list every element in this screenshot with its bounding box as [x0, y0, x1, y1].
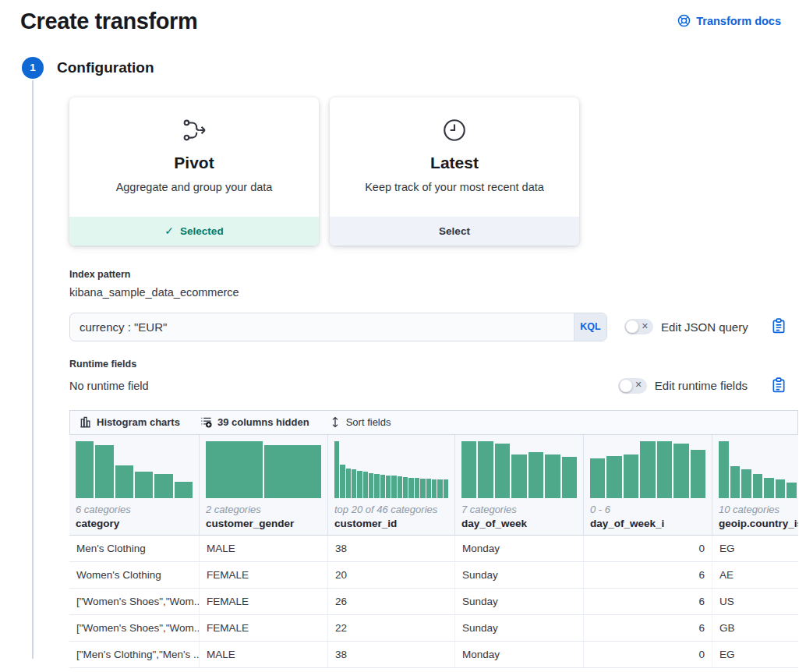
column-name: category [76, 518, 193, 529]
grid-cell-day_of_week[interactable]: Sunday [455, 615, 584, 641]
latest-card-description: Keep track of your most recent data [365, 181, 544, 193]
pivot-card[interactable]: Pivot Aggregate and group your data ✓ Se… [69, 97, 319, 246]
histogram-bar [444, 479, 448, 497]
grid-cell-category[interactable]: Women's Clothing [69, 562, 200, 588]
pivot-aggregate-icon [181, 117, 207, 143]
histogram-bar [95, 445, 113, 498]
grid-column-header-geoip.country_iso_[interactable]: 10 categoriesgeoip.country_iso_ [712, 435, 798, 536]
histogram-charts-button[interactable]: Histogram charts [80, 416, 180, 428]
columns-hidden-label: 39 columns hidden [217, 416, 309, 428]
histogram-bar [562, 457, 577, 498]
histogram-bar [478, 441, 493, 498]
grid-cell-day_of_week[interactable]: Sunday [455, 562, 584, 588]
grid-cell-geoip.country_iso_[interactable]: GB [712, 615, 798, 641]
kql-language-button[interactable]: KQL [574, 313, 606, 341]
grid-column-header-day_of_week[interactable]: 7 categoriesday_of_week [455, 435, 584, 536]
histogram-bar [545, 454, 560, 497]
grid-cell-geoip.country_iso_[interactable]: EG [712, 536, 798, 561]
histogram-bar [154, 474, 172, 498]
histogram-bar [357, 471, 362, 498]
grid-cell-day_of_week[interactable]: Sunday [455, 589, 584, 614]
histogram-charts-label: Histogram charts [97, 416, 180, 428]
histogram-bar [673, 444, 688, 498]
histogram-bar [380, 475, 385, 498]
histogram-bar [135, 472, 153, 498]
grid-cell-geoip.country_iso_[interactable]: AE [712, 562, 798, 588]
pivot-footer-label: Selected [180, 225, 224, 237]
sort-arrows-icon [330, 416, 341, 428]
histogram-chart-day_of_week_i [590, 441, 705, 498]
grid-cell-category[interactable]: ["Women's Shoes","Wom... [69, 615, 200, 641]
grid-cell-day_of_week_i[interactable]: 6 [584, 589, 712, 614]
grid-cell-customer_id[interactable]: 22 [328, 615, 455, 641]
search-query-input[interactable] [70, 313, 574, 341]
runtime-fields-value: No runtime field [69, 380, 149, 392]
grid-cell-customer_id[interactable]: 38 [328, 642, 455, 667]
histogram-bar [640, 441, 655, 498]
latest-card-title: Latest [430, 154, 479, 172]
grid-cell-geoip.country_iso_[interactable]: US [712, 589, 798, 614]
step-title: Configuration [57, 57, 798, 79]
transform-docs-link[interactable]: Transform docs [677, 14, 781, 27]
grid-cell-day_of_week_i[interactable]: 6 [584, 615, 712, 641]
histogram-bar [115, 465, 133, 498]
grid-column-header-day_of_week_i[interactable]: 0 - 6day_of_week_i [584, 435, 712, 536]
table-row: ["Women's Shoes","Wom...FEMALE26Sunday6U… [69, 589, 798, 615]
clipboard-icon [772, 318, 786, 334]
edit-runtime-fields-toggle[interactable]: ✕ [618, 378, 647, 394]
step-number-badge: 1 [22, 57, 44, 79]
edit-json-query-toggle[interactable]: ✕ [624, 319, 653, 334]
table-row: Women's ClothingFEMALE20Sunday6AE [69, 562, 798, 589]
toggle-knob [620, 380, 632, 392]
histogram-bar [787, 483, 797, 498]
grid-cell-customer_id[interactable]: 20 [328, 562, 455, 588]
grid-cell-day_of_week_i[interactable]: 0 [584, 536, 712, 561]
grid-cell-customer_id[interactable]: 26 [328, 589, 455, 614]
grid-cell-category[interactable]: ["Women's Shoes","Wom... [69, 589, 200, 614]
grid-cell-day_of_week_i[interactable]: 0 [584, 642, 712, 667]
histogram-icon [80, 416, 91, 428]
histogram-bar [590, 458, 605, 498]
grid-cell-day_of_week[interactable]: Monday [455, 642, 584, 667]
histogram-bar [420, 479, 425, 498]
sort-fields-button[interactable]: Sort fields [330, 416, 391, 428]
grid-column-header-customer_id[interactable]: top 20 of 46 categoriescustomer_id [328, 435, 455, 536]
copy-runtime-fields-button[interactable] [770, 377, 787, 394]
pivot-card-title: Pivot [174, 154, 214, 172]
grid-cell-geoip.country_iso_[interactable]: EG [712, 642, 798, 667]
check-icon: ✓ [164, 225, 174, 237]
grid-cell-day_of_week[interactable]: Monday [455, 536, 584, 561]
latest-card[interactable]: Latest Keep track of your most recent da… [330, 97, 579, 246]
runtime-fields-block: Runtime fields No runtime field ✕ Edit r… [69, 359, 798, 394]
histogram-bar [334, 441, 339, 498]
grid-cell-customer_gender[interactable]: FEMALE [200, 589, 328, 614]
toggle-off-x-icon: ✕ [635, 380, 642, 390]
histogram-bar [511, 454, 526, 498]
grid-column-header-customer_gender[interactable]: 2 categoriescustomer_gender [200, 435, 328, 536]
grid-cell-customer_id[interactable]: 38 [328, 536, 455, 561]
clock-icon [441, 117, 468, 143]
column-subtitle: 7 categories [461, 504, 577, 515]
grid-column-header-category[interactable]: 6 categoriescategory [69, 435, 200, 536]
step-rail: 1 [22, 57, 44, 672]
histogram-bar [352, 469, 356, 498]
latest-select-button[interactable]: Select [330, 217, 579, 246]
grid-cell-customer_gender[interactable]: MALE [200, 536, 328, 561]
create-transform-page: Create transform Transform docs 1 Config… [0, 0, 806, 672]
histogram-bar [719, 441, 729, 498]
histogram-bar [426, 479, 431, 498]
edit-json-toggle-group: ✕ Edit JSON query [624, 319, 748, 334]
histogram-bar [386, 476, 391, 498]
grid-cell-customer_gender[interactable]: FEMALE [200, 615, 328, 641]
copy-json-query-button[interactable] [770, 318, 787, 335]
columns-hidden-button[interactable]: 39 columns hidden [200, 416, 309, 428]
grid-body: Men's ClothingMALE38Monday0EGWomen's Clo… [69, 536, 798, 668]
grid-cell-customer_gender[interactable]: FEMALE [200, 562, 328, 588]
column-subtitle: 10 categories [719, 504, 798, 515]
grid-cell-category[interactable]: ["Men's Clothing","Men's ... [69, 642, 200, 667]
grid-cell-customer_gender[interactable]: MALE [200, 642, 328, 667]
grid-cell-day_of_week_i[interactable]: 6 [584, 562, 712, 588]
edit-json-query-label: Edit JSON query [661, 320, 748, 334]
pivot-selected-footer[interactable]: ✓ Selected [69, 217, 319, 246]
grid-cell-category[interactable]: Men's Clothing [69, 536, 200, 561]
